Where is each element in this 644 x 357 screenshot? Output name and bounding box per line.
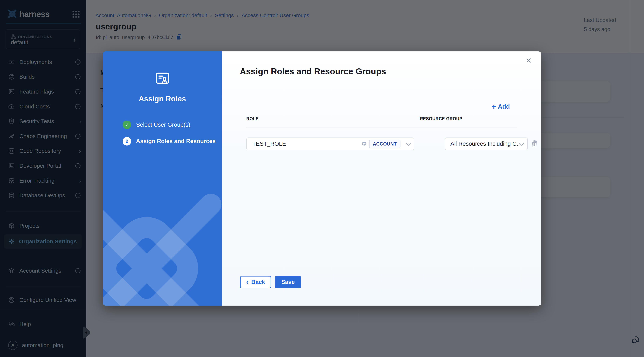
- wizard-step-label: Select User Group(s): [136, 122, 190, 128]
- wizard-step-assign-roles[interactable]: 2 Assign Roles and Resources: [122, 137, 216, 146]
- close-icon[interactable]: ×: [526, 56, 532, 65]
- step-complete-check-icon: ✓: [122, 120, 131, 129]
- wizard-step-label: Assign Roles and Resources: [136, 138, 216, 144]
- wizard-step-select-user-groups[interactable]: ✓ Select User Group(s): [122, 120, 216, 129]
- add-button-label: Add: [498, 103, 510, 110]
- chevron-down-icon: [406, 141, 411, 146]
- save-button[interactable]: Save: [275, 276, 301, 288]
- step-number-badge: 2: [122, 137, 131, 146]
- delete-row-button[interactable]: [530, 139, 538, 149]
- back-button[interactable]: ‹ Back: [240, 276, 271, 288]
- back-button-label: Back: [251, 279, 265, 286]
- chevron-down-icon: [519, 141, 524, 146]
- chevron-left-icon: ‹: [246, 279, 248, 285]
- modal-footer: ‹ Back Save: [240, 276, 301, 288]
- wizard-panel: Assign Roles ✓ Select User Group(s) 2 As…: [103, 52, 222, 306]
- plus-icon: +: [492, 103, 496, 110]
- assign-roles-card-icon: [154, 70, 170, 87]
- role-select[interactable]: TEST_ROLE ACCOUNT: [246, 138, 414, 150]
- role-assignment-row: TEST_ROLE ACCOUNT All Resources Includin…: [246, 138, 541, 150]
- resource-group-select[interactable]: All Resources Including C...: [445, 138, 528, 150]
- harness-watermark-icon: [103, 190, 222, 306]
- add-role-button[interactable]: + Add: [492, 103, 510, 110]
- resource-group-value: All Resources Including C...: [450, 140, 520, 147]
- layers-icon: [361, 141, 367, 147]
- save-button-label: Save: [281, 279, 294, 286]
- table-header-divider: [246, 127, 516, 128]
- scope-tag: ACCOUNT: [369, 140, 401, 148]
- modal-title: Assign Roles and Resource Groups: [240, 66, 386, 76]
- modal-content-panel: × Assign Roles and Resource Groups + Add…: [222, 52, 541, 306]
- column-header-role: ROLE: [246, 116, 259, 121]
- role-scope: ACCOUNT: [361, 140, 401, 148]
- role-select-value: TEST_ROLE: [252, 140, 286, 147]
- column-header-resource-group: RESOURCE GROUP: [420, 116, 462, 121]
- assign-roles-modal: Assign Roles ✓ Select User Group(s) 2 As…: [103, 52, 541, 306]
- wizard-title: Assign Roles: [103, 95, 222, 103]
